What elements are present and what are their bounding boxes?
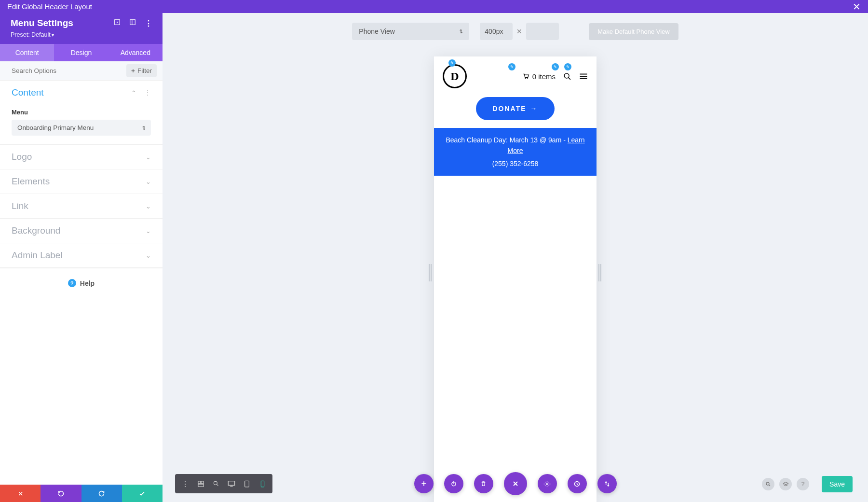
- phone-view-icon[interactable]: [255, 477, 270, 490]
- section-content-toggle[interactable]: Content ⌃⋮: [0, 81, 163, 105]
- search-options-input[interactable]: [12, 61, 126, 80]
- svg-line-25: [769, 485, 771, 487]
- tablet-view-icon[interactable]: [240, 477, 254, 490]
- chevron-up-icon: ⌃: [131, 89, 136, 97]
- edit-cart-badge[interactable]: [508, 63, 515, 70]
- redo-button[interactable]: [81, 485, 122, 502]
- view-toolbar: ⋮: [175, 474, 272, 493]
- svg-point-24: [766, 482, 769, 485]
- section-admin-label-toggle[interactable]: Admin Label⌄: [0, 243, 163, 267]
- resize-handle-left[interactable]: [429, 264, 433, 281]
- layers-icon[interactable]: [779, 478, 792, 490]
- make-default-view-button[interactable]: Make Default Phone View: [589, 23, 678, 40]
- undo-button[interactable]: [41, 485, 81, 502]
- svg-line-7: [569, 77, 570, 79]
- resize-handle-right[interactable]: [598, 264, 602, 281]
- announcement-bar: Beach Cleanup Day: March 13 @ 9am - Lear…: [434, 128, 597, 176]
- section-menu-icon[interactable]: ⋮: [144, 89, 151, 97]
- discard-button[interactable]: [0, 485, 41, 502]
- help-icon: ?: [68, 279, 76, 287]
- responsive-icon[interactable]: [129, 19, 136, 28]
- save-toolbar: ? Save: [762, 476, 853, 492]
- close-icon[interactable]: ✕: [853, 1, 861, 13]
- svg-point-1: [117, 22, 118, 23]
- chevron-down-icon: ⌄: [146, 153, 151, 161]
- builder-toolbar: [414, 472, 617, 495]
- section-link-toggle[interactable]: Link⌄: [0, 194, 163, 218]
- svg-point-6: [564, 73, 569, 78]
- svg-point-14: [214, 481, 217, 485]
- edit-logo-badge[interactable]: [448, 59, 456, 67]
- apply-button[interactable]: [122, 485, 163, 502]
- question-icon[interactable]: ?: [797, 478, 809, 490]
- svg-rect-19: [261, 481, 264, 487]
- settings-button[interactable]: [538, 474, 557, 493]
- filter-button[interactable]: +Filter: [126, 64, 157, 77]
- desktop-view-icon[interactable]: [224, 477, 239, 490]
- viewport-width-input[interactable]: [480, 23, 513, 40]
- add-button[interactable]: [414, 474, 434, 493]
- close-builder-button[interactable]: [504, 472, 527, 495]
- edit-search-badge[interactable]: [552, 63, 559, 70]
- cart-link[interactable]: 0 items: [522, 72, 556, 81]
- dimension-separator: ✕: [516, 28, 522, 35]
- tab-content[interactable]: Content: [0, 44, 54, 61]
- help-button[interactable]: ? Help: [0, 268, 163, 298]
- menu-select[interactable]: Onboarding Primary Menu: [12, 120, 151, 136]
- edit-burger-badge[interactable]: [564, 63, 571, 70]
- section-logo-toggle[interactable]: Logo⌄: [0, 145, 163, 169]
- chevron-down-icon: ⌄: [146, 252, 151, 259]
- svg-point-22: [546, 483, 548, 485]
- tab-advanced[interactable]: Advanced: [108, 44, 163, 61]
- portability-button[interactable]: [597, 474, 617, 493]
- kebab-menu-icon[interactable]: ⋮: [145, 19, 152, 28]
- preview-canvas: Phone View ✕ Make Default Phone View D: [163, 13, 868, 502]
- svg-rect-16: [228, 481, 234, 486]
- svg-line-15: [217, 485, 218, 486]
- phone-preview: D 0 items DONATE Beach Cleanup Day: Marc…: [434, 56, 597, 502]
- toolbar-menu-icon[interactable]: ⋮: [178, 477, 192, 490]
- viewport-height-input[interactable]: [526, 23, 559, 40]
- viewport-select[interactable]: Phone View: [352, 23, 469, 40]
- save-button[interactable]: Save: [822, 476, 853, 492]
- hover-options-icon[interactable]: [114, 19, 121, 28]
- chevron-down-icon: ⌄: [146, 203, 151, 210]
- phone-number: (255) 352-6258: [444, 158, 587, 169]
- donate-button[interactable]: DONATE: [476, 97, 554, 120]
- svg-point-4: [525, 78, 526, 79]
- history-button[interactable]: [568, 474, 587, 493]
- svg-rect-18: [245, 481, 249, 487]
- search-page-icon[interactable]: [762, 478, 774, 490]
- zoom-icon[interactable]: [209, 477, 223, 490]
- svg-rect-12: [201, 481, 203, 483]
- svg-point-5: [527, 78, 528, 79]
- svg-rect-11: [198, 481, 200, 483]
- wireframe-view-icon[interactable]: [193, 477, 208, 490]
- svg-rect-13: [198, 484, 203, 487]
- site-logo[interactable]: D: [443, 64, 467, 88]
- power-button[interactable]: [444, 474, 463, 493]
- search-icon[interactable]: [563, 72, 571, 81]
- hamburger-menu-icon[interactable]: [579, 73, 588, 80]
- preset-selector[interactable]: Preset: Default: [11, 31, 152, 38]
- module-title: Menu Settings: [11, 18, 73, 28]
- chevron-down-icon: ⌄: [146, 178, 151, 185]
- settings-sidebar: Menu Settings ⋮ Preset: Default Content …: [0, 13, 163, 502]
- menu-field-label: Menu: [12, 109, 151, 116]
- tab-design[interactable]: Design: [54, 44, 108, 61]
- cart-icon: [522, 73, 529, 80]
- section-elements-toggle[interactable]: Elements⌄: [0, 169, 163, 194]
- svg-rect-2: [130, 20, 136, 25]
- chevron-down-icon: ⌄: [146, 227, 151, 235]
- page-title: Edit Global Header Layout: [7, 2, 92, 11]
- section-background-toggle[interactable]: Background⌄: [0, 219, 163, 243]
- trash-button[interactable]: [474, 474, 493, 493]
